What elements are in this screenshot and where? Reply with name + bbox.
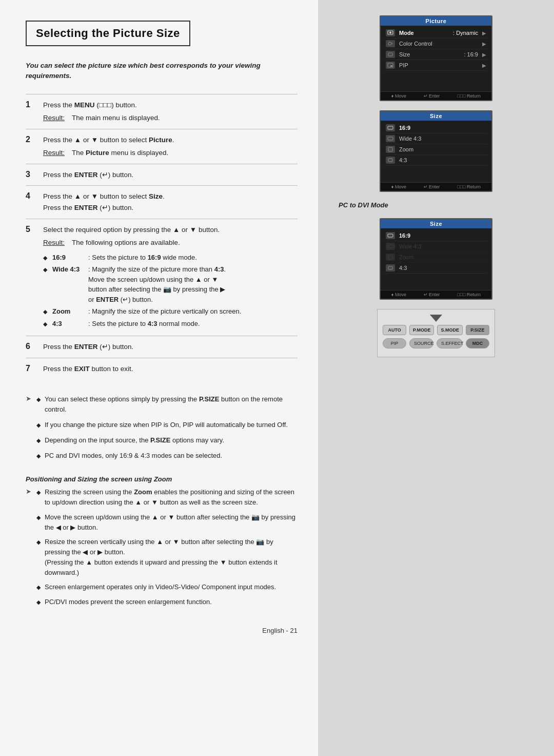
size-row-169: 16:9 bbox=[385, 123, 487, 133]
size-label: Size bbox=[399, 51, 460, 57]
opt-val-169: : Sets the picture to 16:9 wide mode. bbox=[88, 253, 298, 263]
spacer-4 bbox=[385, 173, 487, 180]
step-5: 5 Select the required option by pressing… bbox=[26, 219, 298, 336]
spacer-2 bbox=[385, 80, 487, 89]
size-row-wide43: Wide 4:3 bbox=[385, 133, 487, 144]
zoom-section: Positioning and Sizing the screen using … bbox=[26, 475, 298, 611]
zoom-note-text-3: Resize the screen vertically using the ▲… bbox=[45, 537, 298, 578]
footer-return: □□□ Return bbox=[457, 93, 481, 99]
step-num-2: 2 bbox=[26, 135, 35, 144]
note-text-1: You can select these options simply by p… bbox=[45, 394, 298, 415]
option-list: ◆ 16:9 : Sets the picture to 16:9 wide m… bbox=[43, 253, 298, 329]
svg-rect-9 bbox=[388, 159, 392, 162]
size2-option-wide43: Wide 4:3 bbox=[399, 243, 486, 249]
steps-list: 1 Press the MENU (□□□) button. Result: T… bbox=[26, 94, 298, 380]
size2-icon-1 bbox=[386, 232, 395, 239]
remote-btn-pip[interactable]: PIP bbox=[383, 338, 406, 348]
auto-label: AUTO bbox=[388, 327, 401, 333]
size-menu-1-body: 16:9 Wide 4:3 Zoom 4:3 bbox=[381, 121, 491, 182]
svg-rect-11 bbox=[388, 245, 393, 248]
arrow-right-icon: ➤ bbox=[26, 395, 31, 467]
intro-text: You can select the picture size which be… bbox=[26, 61, 298, 82]
step-body-7: Press the EXIT button to exit. bbox=[43, 363, 298, 375]
spacer-1 bbox=[385, 71, 487, 80]
remote-panel: AUTO P.MODE S.MODE P.SIZE PIP SOURCE S.E… bbox=[377, 309, 495, 357]
note-1: ◆ You can select these options simply by… bbox=[36, 394, 298, 415]
page-title-box: Selecting the Picture Size bbox=[26, 21, 190, 46]
screen-row-size: Size : 16:9 ▶ bbox=[385, 49, 487, 60]
zoom-diamond-2: ◆ bbox=[36, 513, 41, 522]
notes-inner: ◆ You can select these options simply by… bbox=[36, 394, 298, 467]
step-2: 2 Press the ▲ or ▼ button to select Pict… bbox=[26, 129, 298, 164]
mode-value: : Dynamic bbox=[453, 30, 478, 36]
step-5-text: Select the required option by pressing t… bbox=[43, 226, 220, 234]
svg-rect-3 bbox=[388, 53, 392, 56]
screen-row-color: Color Control ▶ bbox=[385, 38, 487, 49]
size2-footer-move: ♦ Move bbox=[391, 292, 406, 297]
remote-btn-psize[interactable]: P.SIZE bbox=[466, 325, 489, 335]
step-4: 4 Press the ▲ or ▼ button to select Size… bbox=[26, 185, 298, 218]
step-4-text-main: Press the ▲ or ▼ button to select Size. bbox=[43, 191, 298, 202]
note-3: ◆ Depending on the input source, the P.S… bbox=[36, 435, 298, 445]
step-body-1: Press the MENU (□□□) button. Result: The… bbox=[43, 100, 298, 124]
zoom-diamond-4: ◆ bbox=[36, 583, 41, 592]
size2-footer-enter: ↵ Enter bbox=[424, 292, 440, 297]
size2-footer-return: □□□ Return bbox=[457, 292, 481, 297]
remote-row-1: AUTO P.MODE S.MODE P.SIZE bbox=[383, 325, 489, 335]
footer-move: ♦ Move bbox=[391, 93, 406, 99]
result-text-5: The following options are available. bbox=[72, 237, 298, 248]
note-text-3: Depending on the input source, the P.SIZ… bbox=[45, 435, 298, 445]
opt-key-wide43: Wide 4:3 bbox=[52, 264, 83, 275]
pip-arrow: ▶ bbox=[482, 63, 486, 68]
note-2: ◆ If you change the picture size when PI… bbox=[36, 420, 298, 430]
mode-label: Mode bbox=[399, 30, 449, 36]
footer-enter: ↵ Enter bbox=[424, 93, 440, 99]
step-2-text: Press the ▲ or ▼ button to select Pictur… bbox=[43, 136, 174, 144]
option-169: ◆ 16:9 : Sets the picture to 16:9 wide m… bbox=[43, 253, 298, 263]
remote-btn-pmode[interactable]: P.MODE bbox=[409, 325, 434, 335]
pmode-label: P.MODE bbox=[413, 327, 430, 333]
size2-icon-4 bbox=[386, 264, 395, 272]
size-arrow: ▶ bbox=[482, 52, 486, 57]
down-arrow-icon bbox=[430, 315, 442, 322]
size-icon-4 bbox=[386, 146, 395, 153]
picture-menu-title: Picture bbox=[381, 16, 491, 26]
step-7-text: Press the EXIT button to exit. bbox=[43, 365, 133, 373]
note-text-2: If you change the picture size when PIP … bbox=[45, 420, 298, 430]
size2-option-169: 16:9 bbox=[399, 232, 486, 239]
step-1: 1 Press the MENU (□□□) button. Result: T… bbox=[26, 94, 298, 129]
screen-row-pip: PIP ▶ bbox=[385, 60, 487, 71]
zoom-diamond-3: ◆ bbox=[36, 538, 41, 547]
step-num-6: 6 bbox=[26, 342, 35, 351]
zoom-note-text-1: Resizing the screen using the Zoom enabl… bbox=[45, 487, 298, 508]
zoom-note-text-5: PC/DVI modes prevent the screen enlargem… bbox=[45, 597, 298, 607]
picture-menu-footer: ♦ Move ↵ Enter □□□ Return bbox=[381, 91, 491, 100]
zoom-note-3: ◆ Resize the screen vertically using the… bbox=[36, 537, 298, 578]
remote-btn-auto[interactable]: AUTO bbox=[383, 325, 406, 335]
diamond-icon: ◆ bbox=[43, 254, 47, 262]
size-icon-5 bbox=[386, 157, 395, 164]
opt-val-wide43: : Magnify the size of the picture more t… bbox=[88, 264, 298, 304]
diamond-icon-3: ◆ bbox=[43, 307, 47, 316]
svg-rect-10 bbox=[388, 234, 393, 237]
size-icon-3 bbox=[386, 135, 395, 142]
remote-btn-seffect[interactable]: S.EFFECT bbox=[437, 338, 463, 348]
screen-row-mode: Mode : Dynamic ▶ bbox=[385, 28, 487, 38]
size-row-43: 4:3 bbox=[385, 155, 487, 166]
remote-btn-source[interactable]: SOURCE bbox=[409, 338, 433, 348]
size-row-2-43: 4:3 bbox=[385, 263, 487, 274]
picture-menu-body: Mode : Dynamic ▶ Color Control ▶ Size : … bbox=[381, 26, 491, 91]
remote-btn-mdc[interactable]: MDC bbox=[466, 338, 489, 348]
opt-key-zoom: Zoom bbox=[52, 306, 83, 317]
step-3-text: Press the ENTER (↵) button. bbox=[43, 171, 133, 179]
notes-section: ➤ ◆ You can select these options simply … bbox=[26, 389, 298, 467]
diamond-icon-4: ◆ bbox=[43, 320, 47, 328]
smode-label: S.MODE bbox=[441, 327, 459, 333]
remote-btn-smode[interactable]: S.MODE bbox=[437, 325, 463, 335]
svg-rect-12 bbox=[388, 255, 392, 259]
size-footer-enter: ↵ Enter bbox=[424, 184, 440, 189]
size-menu-2-body: 16:9 Wide 4:3 Zoom 4:3 bbox=[381, 228, 491, 290]
note-text-4: PC and DVI modes, only 16:9 & 4:3 modes … bbox=[45, 451, 298, 461]
diamond-icon-2: ◆ bbox=[43, 265, 47, 274]
zoom-diamond-1: ◆ bbox=[36, 488, 41, 497]
